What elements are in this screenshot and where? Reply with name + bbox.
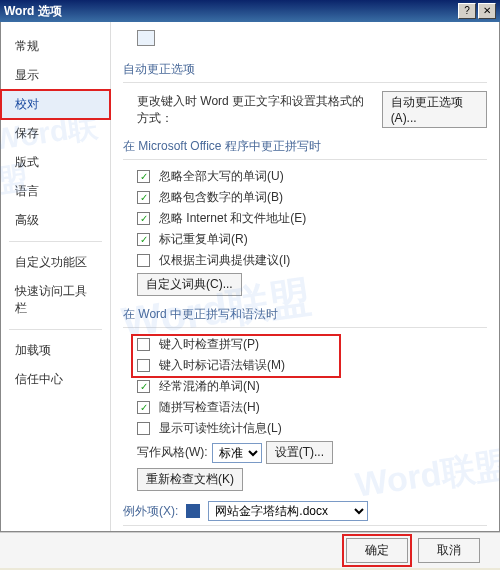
check-readability-stats[interactable]: 显示可读性统计信息(L) — [137, 420, 487, 437]
sidebar-divider — [9, 241, 102, 242]
writing-style-settings-button[interactable]: 设置(T)... — [266, 441, 333, 464]
checkbox[interactable] — [137, 212, 150, 225]
sidebar-item-customize-ribbon[interactable]: 自定义功能区 — [1, 248, 110, 277]
check-ignore-numbers[interactable]: 忽略包含数字的单词(B) — [137, 189, 487, 206]
autocorrect-label: 更改键入时 Word 更正文字和设置其格式的方式： — [137, 93, 372, 127]
section-exceptions: 例外项(X): 网站金字塔结构.docx — [123, 495, 487, 526]
dialog-footer: 确定 取消 — [0, 532, 500, 568]
sidebar-item-display[interactable]: 显示 — [1, 61, 110, 90]
writing-style-row: 写作风格(W): 标准 设置(T)... — [137, 441, 487, 464]
sidebar-item-qat[interactable]: 快速访问工具栏 — [1, 277, 110, 323]
check-main-dict-only[interactable]: 仅根据主词典提供建议(I) — [137, 252, 487, 269]
check-grammar-with-spelling[interactable]: 随拼写检查语法(H) — [137, 399, 487, 416]
sidebar-item-general[interactable]: 常规 — [1, 32, 110, 61]
check-label: 忽略包含数字的单词(B) — [159, 189, 283, 206]
custom-dictionaries-button[interactable]: 自定义词典(C)... — [137, 273, 242, 296]
checkbox[interactable] — [137, 380, 150, 393]
checkbox[interactable] — [137, 359, 150, 372]
check-label: 键入时标记语法错误(M) — [159, 357, 285, 374]
content-panel[interactable]: Word联盟 Word联盟 自动更正选项 更改键入时 Word 更正文字和设置其… — [111, 22, 499, 531]
window-controls: ? ✕ — [458, 3, 496, 19]
ok-button[interactable]: 确定 — [346, 538, 408, 563]
cancel-button[interactable]: 取消 — [418, 538, 480, 563]
check-ignore-uppercase[interactable]: 忽略全部大写的单词(U) — [137, 168, 487, 185]
sidebar-item-proofing[interactable]: 校对 — [1, 90, 110, 119]
sidebar-item-language[interactable]: 语言 — [1, 177, 110, 206]
sidebar-item-addins[interactable]: 加载项 — [1, 336, 110, 365]
check-spelling-as-type[interactable]: 键入时检查拼写(P) — [137, 336, 487, 353]
autocorrect-row: 更改键入时 Word 更正文字和设置其格式的方式： 自动更正选项(A)... — [137, 91, 487, 128]
section-word-title: 在 Word 中更正拼写和语法时 — [123, 300, 487, 328]
check-label: 键入时检查拼写(P) — [159, 336, 259, 353]
window-title: Word 选项 — [4, 0, 62, 22]
sidebar-item-layout[interactable]: 版式 — [1, 148, 110, 177]
checkbox[interactable] — [137, 254, 150, 267]
check-confused-words[interactable]: 经常混淆的单词(N) — [137, 378, 487, 395]
check-label: 随拼写检查语法(H) — [159, 399, 260, 416]
check-label: 经常混淆的单词(N) — [159, 378, 260, 395]
sidebar: Word联盟 常规 显示 校对 保存 版式 语言 高级 自定义功能区 快速访问工… — [1, 22, 111, 531]
checkbox[interactable] — [137, 191, 150, 204]
checkbox[interactable] — [137, 170, 150, 183]
check-label: 显示可读性统计信息(L) — [159, 420, 282, 437]
close-button[interactable]: ✕ — [478, 3, 496, 19]
writing-style-select[interactable]: 标准 — [212, 443, 262, 463]
exceptions-doc-select[interactable]: 网站金字塔结构.docx — [208, 501, 368, 521]
sidebar-item-trust[interactable]: 信任中心 — [1, 365, 110, 394]
check-grammar-as-type[interactable]: 键入时标记语法错误(M) — [137, 357, 487, 374]
check-label: 标记重复单词(R) — [159, 231, 248, 248]
check-label: 仅根据主词典提供建议(I) — [159, 252, 290, 269]
check-flag-repeated[interactable]: 标记重复单词(R) — [137, 231, 487, 248]
check-label: 忽略 Internet 和文件地址(E) — [159, 210, 306, 227]
titlebar: Word 选项 ? ✕ — [0, 0, 500, 22]
section-autocorrect-title: 自动更正选项 — [123, 55, 487, 83]
proofing-icon — [137, 30, 155, 46]
word-doc-icon — [186, 504, 200, 518]
section-office-title: 在 Microsoft Office 程序中更正拼写时 — [123, 132, 487, 160]
banner-icon-row — [137, 30, 487, 49]
checkbox[interactable] — [137, 233, 150, 246]
checkbox[interactable] — [137, 338, 150, 351]
recheck-document-button[interactable]: 重新检查文档(K) — [137, 468, 243, 491]
sidebar-item-advanced[interactable]: 高级 — [1, 206, 110, 235]
writing-style-label: 写作风格(W): — [137, 444, 208, 461]
checkbox[interactable] — [137, 401, 150, 414]
check-ignore-internet[interactable]: 忽略 Internet 和文件地址(E) — [137, 210, 487, 227]
check-label: 忽略全部大写的单词(U) — [159, 168, 284, 185]
help-button[interactable]: ? — [458, 3, 476, 19]
exceptions-label: 例外项(X): — [123, 503, 178, 520]
checkbox[interactable] — [137, 422, 150, 435]
autocorrect-options-button[interactable]: 自动更正选项(A)... — [382, 91, 487, 128]
sidebar-divider — [9, 329, 102, 330]
sidebar-item-save[interactable]: 保存 — [1, 119, 110, 148]
